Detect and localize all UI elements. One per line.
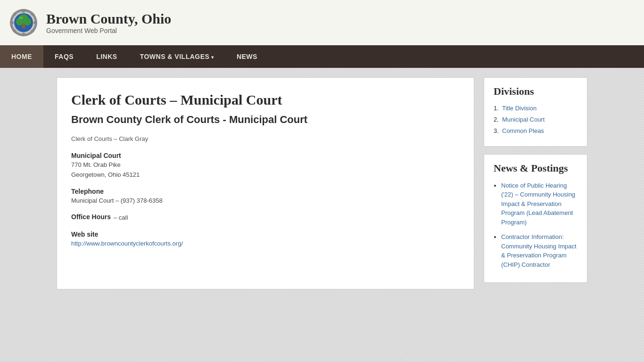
news-link-notice[interactable]: Notice of Public Hearing ('22) – Communi… [501, 182, 575, 226]
dropdown-arrow-icon: ▾ [211, 55, 214, 60]
site-logo [9, 8, 38, 37]
website-label: Web site [71, 230, 460, 238]
divisions-heading: Divisions [494, 85, 578, 98]
nav-list: HOME FAQS LINKS TOWNS & VILLAGES▾ NEWS [0, 45, 644, 68]
court-label: Municipal Court [71, 152, 460, 159]
division-item-common-pleas: Common Pleas [494, 127, 578, 135]
sidebar: Divisions Title Division Municipal Court… [484, 77, 587, 289]
division-link-title[interactable]: Title Division [502, 105, 537, 112]
nav-item-home[interactable]: HOME [0, 45, 43, 68]
news-item-contractor: Contractor Information: Community Housin… [501, 232, 578, 269]
page-subtitle: Brown County Clerk of Courts - Municipal… [71, 114, 460, 126]
nav-item-news[interactable]: NEWS [225, 45, 269, 68]
navbar: HOME FAQS LINKS TOWNS & VILLAGES▾ NEWS [0, 45, 644, 68]
nav-link-towns[interactable]: TOWNS & VILLAGES▾ [129, 45, 225, 68]
division-item-municipal: Municipal Court [494, 115, 578, 124]
office-hours-block: Office Hours – call [71, 213, 460, 223]
main-content: Clerk of Courts – Municipal Court Brown … [57, 77, 474, 289]
news-list: Notice of Public Hearing ('22) – Communi… [494, 181, 578, 270]
page-title: Clerk of Courts – Municipal Court [71, 92, 460, 108]
address-line2: Georgetown, Ohio 45121 [71, 170, 460, 180]
website-block: Web site http://www.browncountyclerkofco… [71, 230, 460, 247]
telephone-label: Telephone [71, 188, 460, 195]
division-link-common-pleas[interactable]: Common Pleas [502, 127, 544, 134]
nav-link-news[interactable]: NEWS [225, 45, 269, 68]
nav-item-links[interactable]: LINKS [85, 45, 129, 68]
news-heading: News & Postings [494, 162, 578, 174]
svg-rect-4 [10, 21, 14, 24]
telephone-value: Municipal Court – (937) 378-6358 [71, 196, 460, 206]
news-link-contractor[interactable]: Contractor Information: Community Housin… [501, 233, 577, 268]
nav-item-faqs[interactable]: FAQS [43, 45, 85, 68]
content-wrapper: Clerk of Courts – Municipal Court Brown … [47, 77, 597, 289]
division-link-municipal[interactable]: Municipal Court [502, 116, 545, 123]
svg-rect-14 [22, 24, 25, 28]
site-subtitle: Government Web Portal [46, 27, 171, 34]
svg-point-15 [18, 16, 23, 19]
office-hours-label: Office Hours [71, 213, 111, 222]
office-hours-value: – call [114, 213, 128, 223]
court-address-block: Municipal Court 770 Mt. Orab Pike George… [71, 152, 460, 180]
nav-link-links[interactable]: LINKS [85, 45, 129, 68]
nav-link-home[interactable]: HOME [0, 45, 43, 68]
divisions-box: Divisions Title Division Municipal Court… [484, 77, 587, 147]
svg-rect-3 [22, 33, 25, 36]
site-title-group: Brown County, Ohio Government Web Portal [46, 11, 171, 34]
nav-link-faqs[interactable]: FAQS [43, 45, 85, 68]
news-postings-box: News & Postings Notice of Public Hearing… [484, 154, 587, 283]
svg-rect-5 [33, 21, 37, 24]
site-header: Brown County, Ohio Government Web Portal [0, 0, 644, 45]
website-url[interactable]: http://www.browncountyclerkofcourts.org/ [71, 240, 183, 247]
site-title: Brown County, Ohio [46, 11, 171, 27]
divisions-list: Title Division Municipal Court Common Pl… [494, 104, 578, 136]
telephone-block: Telephone Municipal Court – (937) 378-63… [71, 188, 460, 206]
news-item-notice: Notice of Public Hearing ('22) – Communi… [501, 181, 578, 227]
division-item-title: Title Division [494, 104, 578, 113]
svg-rect-2 [22, 9, 25, 13]
nav-item-towns[interactable]: TOWNS & VILLAGES▾ [129, 45, 225, 68]
clerk-name: Clerk of Courts – Clark Gray [71, 135, 460, 142]
address-line1: 770 Mt. Orab Pike [71, 160, 460, 170]
